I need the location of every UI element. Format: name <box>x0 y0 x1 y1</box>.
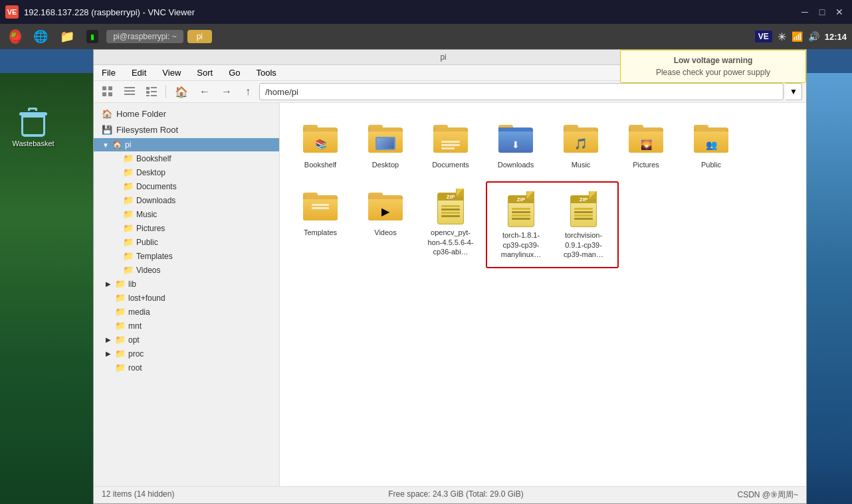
forward-button[interactable]: → <box>217 83 237 100</box>
title-bar: VE 192.168.137.228 (raspberrypi) - VNC V… <box>0 0 852 24</box>
volume-icon: 🔊 <box>808 31 819 42</box>
desktop-icon-wrap <box>367 120 404 157</box>
csdn-label: CSDN @⑨周周~ <box>737 489 798 501</box>
file-videos[interactable]: ▶ Videos <box>356 181 415 268</box>
svg-rect-7 <box>146 87 150 90</box>
raspberry-button[interactable]: 🍓 <box>5 27 25 46</box>
tree-templates-label: Templates <box>136 252 173 261</box>
root-folder-icon: 📁 <box>115 363 126 373</box>
opencv-icon-wrap: ZIP <box>432 188 469 225</box>
tree-pi-item[interactable]: ▼ 🏠 pi <box>94 138 279 151</box>
proc-folder-icon: 📁 <box>115 349 126 359</box>
file-bookshelf[interactable]: 📚 Bookshelf <box>290 114 350 176</box>
tree-proc-label: proc <box>128 349 144 359</box>
svg-rect-9 <box>146 91 150 94</box>
documents-folder-icon: 📁 <box>123 181 134 191</box>
pictures-label: Pictures <box>633 160 659 169</box>
tree-desktop[interactable]: 📁 Desktop <box>107 165 279 179</box>
fm-content: 🏠 Home Folder 💾 Filesystem Root ▼ 🏠 pi <box>94 103 806 486</box>
tree-documents-label: Documents <box>136 182 177 191</box>
bookshelf-icon: 📁 <box>123 153 134 163</box>
menu-sort[interactable]: Sort <box>193 66 217 79</box>
globe-button[interactable]: 🌐 <box>29 27 52 46</box>
file-pictures[interactable]: 🌄 Pictures <box>616 114 676 176</box>
menu-go[interactable]: Go <box>225 66 244 79</box>
icon-view-button[interactable] <box>98 83 118 100</box>
file-torchvision[interactable]: ZIP <box>554 185 613 264</box>
tree-proc[interactable]: ▶ 📁 proc <box>94 347 279 361</box>
tree-music-label: Music <box>136 210 157 219</box>
tree-downloads-label: Downloads <box>136 196 175 205</box>
tree-downloads[interactable]: 📁 Downloads <box>107 193 279 207</box>
tree-lost-found[interactable]: 📁 lost+found <box>94 291 279 305</box>
tree-expand-pi[interactable]: ▼ <box>102 141 110 149</box>
public-folder-icon: 📁 <box>123 237 134 247</box>
torch-label: torch-1.8.1-cp39-cp39-manylinux… <box>494 230 548 259</box>
address-dropdown[interactable]: ▼ <box>786 83 802 100</box>
menu-tools[interactable]: Tools <box>253 66 280 79</box>
file-opencv[interactable]: ZIP <box>421 181 480 268</box>
wastebasket-icon[interactable]: Wastebasket <box>7 106 60 147</box>
media-folder-icon: 📁 <box>115 307 126 317</box>
pi-home-icon: 🏠 <box>112 140 122 149</box>
address-pill-2[interactable]: pi <box>187 30 212 43</box>
sidebar-filesystem-root[interactable]: 💾 Filesystem Root <box>96 122 276 137</box>
folder-icon: 📁 <box>60 29 74 44</box>
downloads-icon-wrap: ⬇ <box>497 120 534 157</box>
detail-view-button[interactable] <box>142 83 161 100</box>
list-view-button[interactable] <box>120 83 140 100</box>
terminal-button[interactable]: ▮ <box>82 27 102 46</box>
close-button[interactable]: ✕ <box>832 5 847 19</box>
file-templates[interactable]: Templates <box>290 181 350 268</box>
file-desktop[interactable]: Desktop <box>356 114 415 176</box>
svg-rect-2 <box>102 92 106 96</box>
tree-pictures[interactable]: 📁 Pictures <box>107 221 279 235</box>
menu-edit[interactable]: Edit <box>128 66 150 79</box>
tree-videos[interactable]: 📁 Videos <box>107 263 279 277</box>
svg-rect-12 <box>151 95 157 96</box>
menu-view[interactable]: View <box>158 66 185 79</box>
file-documents[interactable]: Documents <box>421 114 480 176</box>
tree-lib[interactable]: ▶ 📁 lib <box>94 277 279 291</box>
folder-button[interactable]: 📁 <box>56 27 78 46</box>
system-tray: VE ✳ 📶 🔊 12:14 <box>755 31 847 43</box>
tree-templates[interactable]: 📁 Templates <box>107 249 279 263</box>
templates-icon-wrap <box>302 188 339 225</box>
opencv-label: opencv_pyt-hon-4.5.5.6-4-cp36-abi… <box>425 228 477 256</box>
tree-desktop-label: Desktop <box>136 168 165 177</box>
tree-opt[interactable]: ▶ 📁 opt <box>94 333 279 347</box>
tree-documents[interactable]: 📁 Documents <box>107 179 279 193</box>
file-torch[interactable]: ZIP <box>491 185 551 264</box>
public-icon-wrap: 👥 <box>692 120 730 157</box>
items-count: 12 items (14 hidden) <box>102 489 174 501</box>
documents-icon-wrap <box>432 120 469 157</box>
tree-mnt[interactable]: 📁 mnt <box>94 319 279 333</box>
home-button[interactable]: 🏠 <box>170 83 193 100</box>
tree-root[interactable]: 📁 root <box>94 361 279 375</box>
back-button[interactable]: ← <box>195 83 215 100</box>
tree-media[interactable]: 📁 media <box>94 305 279 319</box>
maximize-button[interactable]: □ <box>815 5 829 19</box>
sidebar-home-folder[interactable]: 🏠 Home Folder <box>96 106 276 122</box>
bluetooth-icon: ✳ <box>778 31 786 43</box>
fm-toolbar: 🏠 ← → ↑ ▼ <box>94 81 806 103</box>
tree-bookshelf[interactable]: 📁 Bookshelf <box>107 151 279 165</box>
music-folder-icon: 📁 <box>123 209 134 219</box>
file-public[interactable]: 👥 Public <box>681 114 741 176</box>
svg-rect-5 <box>124 90 135 92</box>
minimize-button[interactable]: ─ <box>798 5 812 19</box>
file-music[interactable]: 🎵 Music <box>551 114 611 176</box>
filesystem-icon: 💾 <box>102 125 112 135</box>
desktop-icons: Wastebasket <box>7 106 60 158</box>
tree-public[interactable]: 📁 Public <box>107 235 279 249</box>
menu-file[interactable]: File <box>98 66 120 79</box>
templates-folder-icon: 📁 <box>123 251 134 261</box>
file-downloads[interactable]: ⬇ Downloads <box>486 114 546 176</box>
tree-lib-label: lib <box>128 280 136 289</box>
address-pill-1[interactable]: pi@raspberrypi: ~ <box>106 30 183 43</box>
window-controls: ─ □ ✕ <box>798 5 847 19</box>
tree-music[interactable]: 📁 Music <box>107 207 279 221</box>
fm-statusbar: 12 items (14 hidden) Free space: 24.3 Gi… <box>94 486 806 503</box>
address-bar[interactable] <box>259 83 784 100</box>
up-button[interactable]: ↑ <box>239 83 257 100</box>
